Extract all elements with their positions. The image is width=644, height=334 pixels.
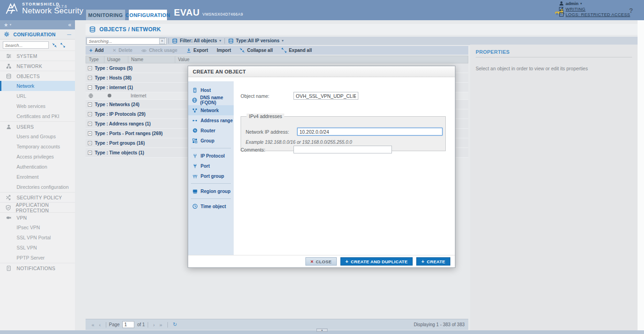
left-sidebar: ★ ▾ « CONFIGURATION — SYSTEM NETWORK bbox=[0, 20, 75, 330]
dialog-type-menu: Host DNS name (FQDN) Network Address ran… bbox=[188, 81, 234, 255]
dialog-footer: × CLOSE + CREATE AND DUPLICATE + CREATE bbox=[188, 255, 455, 267]
sidebar-section-users[interactable]: USERS bbox=[0, 121, 75, 131]
user-caret-icon[interactable]: ▾ bbox=[581, 2, 582, 6]
network-nodes-icon bbox=[192, 108, 198, 113]
sidebar-item-ssl-vpn-portal[interactable]: SSL VPN Portal bbox=[0, 232, 75, 243]
collapse-icon[interactable]: − bbox=[88, 85, 92, 90]
sidebar-section-objects[interactable]: OBJECTS bbox=[0, 71, 75, 81]
database-icon bbox=[228, 38, 234, 44]
menu-item-time-object[interactable]: Time object bbox=[188, 201, 234, 211]
device-info: EVAU VMSNSX04D7466A9 bbox=[174, 7, 243, 18]
user-menu[interactable]: admin bbox=[566, 1, 579, 6]
sliders-icon bbox=[6, 53, 12, 59]
menu-item-dns-name[interactable]: DNS name (FQDN) bbox=[188, 95, 234, 105]
export-button[interactable]: Export bbox=[186, 48, 208, 53]
expand-icon[interactable]: + bbox=[88, 122, 92, 126]
filter-dropdown[interactable]: Filter: All objects ▾ bbox=[172, 38, 221, 44]
sidebar-label: USERS bbox=[17, 124, 34, 130]
collapse-sidebar-icon[interactable]: « bbox=[68, 22, 71, 28]
menu-item-port-group[interactable]: Port group bbox=[188, 171, 234, 181]
add-button[interactable]: + Add bbox=[89, 47, 104, 54]
check-usage-button[interactable]: Check usage bbox=[141, 48, 178, 53]
expand-icon[interactable]: + bbox=[88, 76, 92, 80]
sidebar-section-network[interactable]: NETWORK bbox=[0, 61, 75, 71]
sidebar-item-pptp-server[interactable]: PPTP Server bbox=[0, 253, 75, 263]
sidebar-item-ssl-vpn[interactable]: SSL VPN bbox=[0, 243, 75, 253]
expand-icon[interactable]: + bbox=[88, 112, 92, 116]
expand-icon[interactable]: + bbox=[88, 141, 92, 145]
comments-input[interactable] bbox=[293, 146, 392, 153]
sidebar-item-url[interactable]: URL bbox=[0, 91, 75, 101]
sidebar-item-access-privileges[interactable]: Access privileges bbox=[0, 152, 75, 162]
menu-item-group[interactable]: Group bbox=[188, 136, 234, 146]
sidebar-item-users-groups[interactable]: Users and Groups bbox=[0, 131, 75, 142]
menu-item-address-range[interactable]: Address range bbox=[188, 115, 234, 125]
refresh-icon[interactable]: ↻ bbox=[173, 322, 177, 328]
import-button[interactable]: Import bbox=[217, 48, 231, 53]
column-name[interactable]: Name bbox=[128, 56, 175, 63]
sidebar-label: SYSTEM bbox=[17, 53, 37, 59]
column-usage[interactable]: Usage bbox=[104, 56, 128, 63]
sidebar-item-web-services[interactable]: Web services bbox=[0, 101, 75, 111]
expand-icon[interactable]: + bbox=[88, 131, 92, 136]
expand-icon[interactable]: + bbox=[88, 102, 92, 107]
plus-icon: + bbox=[421, 259, 425, 264]
next-page-icon[interactable]: › bbox=[153, 322, 155, 328]
right-scroll-area[interactable] bbox=[638, 20, 644, 330]
column-type[interactable]: Type bbox=[86, 56, 104, 63]
last-page-icon[interactable]: » bbox=[160, 322, 162, 328]
sidebar-search-input[interactable] bbox=[3, 41, 49, 49]
sidebar-section-system[interactable]: SYSTEM bbox=[0, 51, 75, 61]
object-name-input[interactable] bbox=[293, 92, 358, 100]
writing-pencil-icon bbox=[559, 6, 564, 11]
logs-access-link[interactable]: LOGS: RESTRICTED ACCESS bbox=[566, 12, 630, 17]
page-number-input[interactable] bbox=[122, 321, 134, 328]
tab-configuration[interactable]: CONFIGURATION bbox=[129, 10, 167, 20]
object-search-input[interactable] bbox=[86, 38, 167, 45]
sidebar-config-header[interactable]: CONFIGURATION — bbox=[0, 29, 75, 40]
favorites-star-icon[interactable]: ★ bbox=[4, 22, 8, 28]
sidebar-section-security-policy[interactable]: SECURITY POLICY bbox=[0, 192, 75, 202]
sidebar-item-authentication[interactable]: Authentication bbox=[0, 162, 75, 172]
close-button[interactable]: × CLOSE bbox=[305, 257, 337, 266]
clear-search-icon[interactable]: × bbox=[159, 38, 165, 44]
sidebar-item-directories-config[interactable]: Directories configuration bbox=[0, 182, 75, 192]
menu-item-network[interactable]: Network bbox=[188, 105, 234, 115]
expand-all-button[interactable]: Expand all bbox=[282, 48, 312, 53]
sidebar-item-network[interactable]: Network bbox=[0, 81, 75, 91]
help-icon[interactable]: ? bbox=[629, 7, 633, 14]
top-header: STORMSHIELD Network Security v4.7.6 MONI… bbox=[0, 0, 644, 20]
favorites-caret-icon[interactable]: ▾ bbox=[10, 23, 12, 27]
menu-item-port[interactable]: Port bbox=[188, 161, 234, 171]
menu-item-router[interactable]: Router bbox=[188, 125, 234, 136]
sidebar-item-certificates[interactable]: Certificates and PKI bbox=[0, 111, 75, 121]
sidebar-item-enrolment[interactable]: Enrolment bbox=[0, 172, 75, 182]
sidebar-item-temporary-accounts[interactable]: Temporary accounts bbox=[0, 142, 75, 152]
collapse-config-icon[interactable]: — bbox=[67, 32, 71, 37]
writing-mode-link[interactable]: WRITING bbox=[566, 6, 586, 11]
sidebar-section-application-protection[interactable]: APPLICATION PROTECTION bbox=[0, 202, 75, 212]
bottom-panel-handle[interactable]: ▴ bbox=[316, 328, 328, 332]
first-page-icon[interactable]: « bbox=[92, 322, 94, 328]
notifications-icon bbox=[6, 265, 12, 271]
delete-button[interactable]: ✕ Delete bbox=[112, 48, 132, 53]
create-and-duplicate-button[interactable]: + CREATE AND DUPLICATE bbox=[340, 257, 413, 266]
menu-item-host[interactable]: Host bbox=[188, 85, 234, 95]
tab-monitoring[interactable]: MONITORING bbox=[86, 10, 125, 20]
menu-item-ip-protocol[interactable]: IP Protocol bbox=[188, 151, 234, 161]
sidebar-item-ipsec-vpn[interactable]: IPsec VPN bbox=[0, 222, 75, 232]
create-button[interactable]: + CREATE bbox=[416, 257, 450, 266]
column-value[interactable]: Value bbox=[175, 56, 468, 63]
prev-page-icon[interactable]: ‹ bbox=[99, 322, 101, 328]
network-ip-input[interactable] bbox=[297, 128, 443, 136]
collapse-all-button[interactable]: Collapse all bbox=[240, 48, 273, 53]
sidebar-section-vpn[interactable]: VPN bbox=[0, 212, 75, 222]
type-filter-dropdown[interactable]: Type:All IP versions ▾ bbox=[228, 38, 284, 44]
expand-icon[interactable]: + bbox=[88, 66, 92, 70]
sidebar-section-notifications[interactable]: NOTIFICATIONS bbox=[0, 263, 75, 273]
collapse-tree-icon[interactable] bbox=[52, 42, 57, 48]
menu-item-region-group[interactable]: Region group bbox=[188, 186, 234, 196]
displaying-count: Displaying 1 - 383 of 383 bbox=[414, 322, 465, 327]
expand-tree-icon[interactable] bbox=[60, 42, 65, 48]
expand-icon[interactable]: + bbox=[88, 151, 92, 155]
